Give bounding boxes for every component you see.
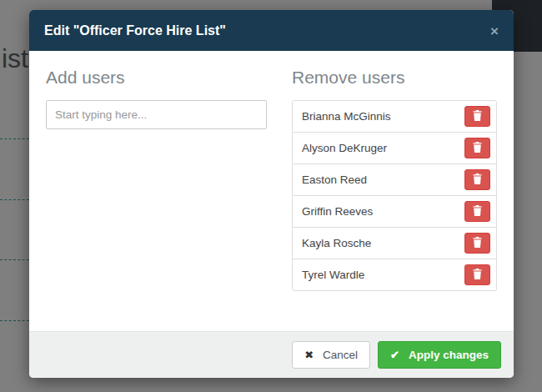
trash-icon (473, 173, 482, 187)
user-list-item: Easton Reed (292, 163, 497, 196)
apply-changes-button[interactable]: ✔ Apply changes (378, 341, 501, 369)
add-users-section: Add users (46, 68, 267, 311)
apply-changes-button-label: Apply changes (409, 349, 489, 361)
add-users-heading: Add users (46, 68, 267, 88)
delete-user-button[interactable] (464, 138, 490, 158)
close-icon[interactable]: × (490, 24, 499, 38)
modal-header: Edit "Officer Force Hire List" × (29, 10, 514, 51)
user-list-item: Griffin Reeves (292, 195, 497, 228)
remove-users-list: Brianna McGinnis Alyson DeKruger Easton … (292, 100, 497, 291)
user-name: Kayla Rosche (302, 237, 371, 249)
cancel-button-label: Cancel (323, 349, 358, 361)
user-name: Tyrel Wardle (302, 269, 364, 281)
user-list-item: Kayla Rosche (292, 227, 497, 259)
cancel-button[interactable]: ✖ Cancel (292, 341, 370, 369)
trash-icon (473, 142, 482, 155)
x-icon: ✖ (304, 349, 314, 361)
user-name: Easton Reed (302, 173, 367, 186)
delete-user-button[interactable] (464, 264, 490, 285)
remove-users-heading: Remove users (292, 68, 497, 88)
user-list-item: Tyrel Wardle (292, 259, 497, 291)
check-icon: ✔ (390, 349, 399, 361)
trash-icon (473, 110, 482, 123)
modal-footer: ✖ Cancel ✔ Apply changes (29, 331, 514, 378)
trash-icon (473, 269, 482, 282)
modal-body: Add users Remove users Brianna McGinnis … (29, 51, 514, 331)
user-name: Brianna McGinnis (302, 110, 391, 123)
remove-users-section: Remove users Brianna McGinnis Alyson DeK… (292, 68, 497, 311)
user-name: Griffin Reeves (302, 205, 373, 218)
add-user-input[interactable] (46, 100, 267, 129)
trash-icon (473, 237, 482, 250)
modal-title: Edit "Officer Force Hire List" (44, 23, 226, 38)
delete-user-button[interactable] (464, 201, 490, 222)
user-list-item: Brianna McGinnis (292, 100, 497, 133)
delete-user-button[interactable] (464, 106, 490, 127)
user-list-item: Alyson DeKruger (292, 132, 497, 164)
trash-icon (473, 205, 482, 219)
edit-list-modal: Edit "Officer Force Hire List" × Add use… (29, 10, 514, 378)
user-name: Alyson DeKruger (302, 142, 387, 154)
delete-user-button[interactable] (464, 233, 490, 254)
delete-user-button[interactable] (464, 169, 490, 190)
